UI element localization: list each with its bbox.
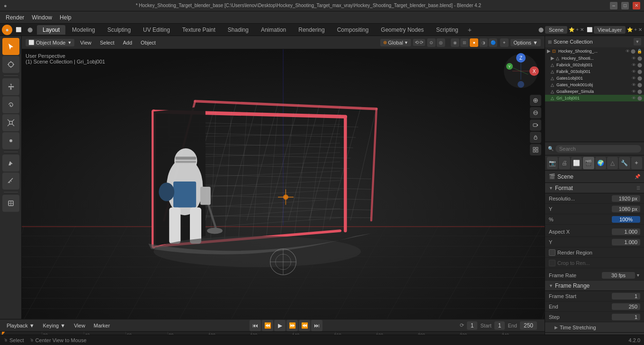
annotate-tool[interactable] [2,154,19,172]
zoom-out-button[interactable] [530,107,541,118]
move-tool[interactable] [2,78,19,95]
menu-window[interactable]: Window [28,13,56,22]
particles-properties-icon[interactable]: ✦ [631,157,642,169]
props-title-bar: 🎬 Scene 📌 [545,171,644,183]
prev-frame-button[interactable]: ⏪ [262,320,273,331]
output-properties-icon[interactable]: 🖨 [559,157,570,169]
outliner-item-1[interactable]: ▶ △ Hockey_Shooti... 👁 ⬤ [545,54,644,62]
next-frame-button[interactable]: ⏩ [286,320,298,331]
transform-global[interactable]: ⊕ Global ▼ [380,39,411,46]
tab-geometry-nodes[interactable]: Geometry Nodes [375,25,429,35]
grid-button[interactable] [530,144,541,155]
jump-to-start-button[interactable]: ⏮ [250,320,261,331]
aspect-y-value[interactable]: 1.000 [612,239,640,245]
solid-mode-button[interactable]: ● [470,38,478,47]
outliner-item-4[interactable]: △ Gates1obj001 👁 ⬤ [545,75,644,82]
time-stretching-section[interactable]: ▶ Time Stretching [545,322,644,333]
props-pin-button[interactable]: 📌 [635,174,640,179]
minimize-button[interactable]: – [610,2,617,9]
xray-button[interactable]: ⊞ [460,38,469,47]
world-properties-icon[interactable]: 🌍 [595,157,606,169]
transform-tool[interactable] [2,132,19,149]
tab-texture-paint[interactable]: Texture Paint [177,25,221,35]
menu-help[interactable]: Help [56,13,75,22]
scene-properties-icon[interactable]: 🎬 [583,157,594,169]
render-properties-icon[interactable]: 📷 [547,157,558,169]
modifier-properties-icon[interactable]: 🔧 [619,157,630,169]
resolution-x-value[interactable]: 1920 px [612,195,640,202]
playback-menu[interactable]: Playback ▼ [4,322,37,329]
cursor-tool[interactable] [2,56,19,73]
format-menu-icon[interactable]: ☰ [636,186,640,191]
render-region-checkbox[interactable] [549,249,555,256]
outliner-item-5[interactable]: △ Gates_Hook001obj 👁 ⬤ [545,82,644,88]
tab-compositing[interactable]: Compositing [331,25,375,35]
frame-rate-dropdown[interactable]: 30 fps [602,272,635,279]
proportional-button[interactable]: ◎ [437,38,445,47]
render-preview-button[interactable]: 🔵 [489,38,497,47]
scale-tool[interactable] [2,114,19,131]
play-button[interactable]: ▶ [274,320,286,331]
material-preview-button[interactable]: ◑ [479,38,488,47]
resolution-percent-row: % 100% [545,214,644,225]
object-mode-dropdown[interactable]: ⬜ Object Mode ▼ [26,39,74,46]
frame-start-value[interactable]: 1 [612,293,640,300]
zoom-in-button[interactable] [530,95,541,106]
start-frame-value[interactable]: 1 [494,321,505,330]
gizmo-toggle-button[interactable]: ✦ [500,38,509,47]
marker-menu[interactable]: Marker [91,322,113,329]
tab-modeling[interactable]: Modeling [66,25,101,35]
options-menu[interactable]: Options ▼ [510,39,541,46]
view-timeline-menu[interactable]: View [71,322,88,329]
outliner-item-6[interactable]: △ Goalkeeper_Simula 👁 ⬤ [545,88,644,95]
select-menu[interactable]: Select [97,39,117,46]
frame-step-label: Step [549,314,612,320]
tab-shading[interactable]: Shading [222,25,254,35]
viewlayer-properties-icon[interactable]: ⬜ [571,157,582,169]
format-section-header[interactable]: ▼ Format ☰ [545,183,644,193]
add-workspace-button[interactable]: + [465,25,474,35]
outliner-item-2[interactable]: △ Fabrick_002obj001 👁 ⬤ [545,62,644,68]
end-frame-value[interactable]: 250 [520,321,537,330]
object-properties-icon[interactable]: △ [607,157,618,169]
right-panel: ⊞ Scene Collection ▼ ▶ ⊡ Hockey_Shooting… [545,36,644,345]
play-reverse-button[interactable]: ⏪ [299,320,310,331]
close-button[interactable]: ✕ [633,2,640,9]
measure-tool[interactable] [2,172,19,190]
menu-render[interactable]: Render [2,13,28,22]
tab-rendering[interactable]: Rendering [293,25,330,35]
outliner-filter-button[interactable]: ▼ [634,38,641,45]
snap-button[interactable]: ⊙ [427,38,436,47]
frame-range-section-header[interactable]: ▼ Frame Range [545,281,644,291]
maximize-button[interactable]: □ [621,2,629,9]
tab-animation[interactable]: Animation [255,25,292,35]
tab-sculpting[interactable]: Sculpting [102,25,136,35]
view-menu[interactable]: View [77,39,94,46]
add-menu[interactable]: Add [120,39,135,46]
jump-to-end-button[interactable]: ⏭ [311,320,322,331]
camera-view-button[interactable] [530,119,541,131]
tab-scripting[interactable]: Scripting [430,25,464,35]
frame-end-row: End 250 [545,301,644,312]
tab-layout[interactable]: Layout [37,25,65,35]
resolution-y-value[interactable]: 1080 px [612,206,640,212]
crop-render-checkbox[interactable] [549,260,555,266]
lock-camera-button[interactable] [530,132,541,143]
resolution-percent-value[interactable]: 100% [612,216,640,223]
outliner-item-3[interactable]: △ Fabrik_003obj001 👁 ⬤ [545,68,644,75]
viewport-overlay-button[interactable]: ◉ [451,38,459,47]
frame-end-value[interactable]: 250 [612,303,640,310]
props-search-input[interactable] [555,145,641,153]
object-menu[interactable]: Object [138,39,159,46]
tab-uv-editing[interactable]: UV Editing [137,25,176,35]
keying-menu[interactable]: Keying ▼ [40,322,69,329]
rotate-tool[interactable] [2,96,19,113]
select-tool[interactable] [2,38,19,55]
current-frame-input[interactable]: 1 [467,321,478,330]
frame-step-value[interactable]: 1 [612,314,640,320]
outliner-item-0[interactable]: ▶ ⊡ Hockey_Shooting_... 👁 ⬤ 🔒 [545,47,644,54]
add-cube-tool[interactable] [2,195,19,212]
aspect-x-value[interactable]: 1.000 [612,228,640,235]
scene-canvas[interactable]: User Perspective (1) Scene Collection | … [22,49,545,319]
outliner-item-7[interactable]: △ Gri_1obj001 👁 ⬤ [545,95,644,101]
